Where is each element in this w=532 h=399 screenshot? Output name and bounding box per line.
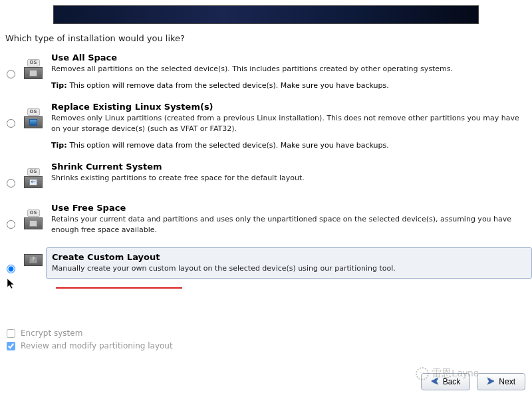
option-body: Replace Existing Linux System(s)Removes … [51, 102, 527, 150]
option-radio-custom-layout[interactable] [7, 265, 15, 273]
encrypt-system-checkbox[interactable] [7, 329, 15, 338]
next-button-label: Next [499, 377, 515, 386]
drive-icon: OS [22, 108, 45, 131]
drive-icon: OS [22, 59, 45, 82]
arrow-right-icon: ⮞ [487, 377, 495, 386]
option-custom-layout[interactable]: ?Create Custom LayoutManually create you… [5, 243, 527, 287]
review-layout-checkbox[interactable] [7, 342, 15, 350]
option-use-all-space[interactable]: OSUse All SpaceRemoves all partitions on… [5, 49, 527, 98]
option-tip: Tip: This option will remove data from t… [51, 81, 520, 90]
option-body: Create Custom LayoutManually create your… [46, 247, 532, 279]
watermark-icon [416, 367, 429, 380]
option-replace-linux[interactable]: OSReplace Existing Linux System(s)Remove… [5, 98, 527, 158]
encrypt-system-row[interactable]: Encrypt system [7, 329, 173, 338]
drive-body-icon: ? [24, 254, 43, 266]
option-body: Use All SpaceRemoves all partitions on t… [51, 53, 527, 90]
drive-inner-icon [29, 70, 37, 76]
drive-body-icon [24, 217, 43, 229]
os-badge: OS [27, 59, 40, 66]
watermark: 雷恩Layne [416, 367, 479, 380]
option-title: Create Custom Layout [52, 252, 526, 262]
os-badge: OS [27, 209, 40, 217]
os-badge: OS [27, 108, 40, 116]
option-radio-use-all-space[interactable] [7, 70, 15, 78]
drive-inner-icon: ? [29, 257, 37, 263]
drive-body-icon [24, 116, 43, 128]
option-title: Use All Space [51, 53, 520, 63]
option-tip: Tip: This option will remove data from t… [51, 141, 520, 150]
option-radio-replace-linux[interactable] [7, 119, 15, 128]
drive-inner-icon: ← [29, 179, 37, 186]
mouse-cursor-icon [7, 279, 15, 292]
review-layout-row[interactable]: Review and modify partitioning layout [7, 341, 173, 350]
os-badge: OS [27, 168, 40, 176]
lower-options: Encrypt system Review and modify partiti… [7, 329, 173, 354]
option-description: Shrinks existing partitions to create fr… [51, 173, 520, 184]
option-shrink-system[interactable]: OS←Shrink Current SystemShrinks existing… [5, 158, 527, 199]
drive-icon: OS← [22, 168, 45, 191]
drive-body-icon [24, 67, 43, 79]
next-button[interactable]: ⮞ Next [477, 373, 525, 390]
option-description: Retains your current data and partitions… [51, 214, 520, 235]
encrypt-system-label: Encrypt system [21, 329, 82, 338]
review-layout-label: Review and modify partitioning layout [21, 341, 173, 350]
option-radio-use-free-space[interactable] [7, 220, 15, 229]
drive-body-icon: ← [24, 176, 43, 188]
install-options-list: OSUse All SpaceRemoves all partitions on… [5, 49, 527, 287]
tip-text: This option will remove data from the se… [69, 141, 388, 150]
option-use-free-space[interactable]: OSUse Free SpaceRetains your current dat… [5, 199, 527, 243]
drive-inner-icon [29, 220, 37, 227]
cursor-svg [7, 279, 15, 289]
tip-label: Tip: [51, 141, 69, 150]
option-description: Removes all partitions on the selected d… [51, 64, 520, 74]
drive-icon: OS [22, 209, 45, 232]
option-title: Use Free Space [51, 203, 520, 213]
drive-inner-icon [29, 119, 37, 126]
option-description: Removes only Linux partitions (created f… [51, 113, 520, 134]
option-body: Use Free SpaceRetains your current data … [51, 203, 527, 235]
option-title: Shrink Current System [51, 162, 520, 172]
prompt-text: Which type of installation would you lik… [5, 33, 532, 43]
tip-label: Tip: [51, 81, 69, 90]
drive-icon: ? [22, 254, 45, 277]
option-body: Shrink Current SystemShrinks existing pa… [51, 162, 527, 184]
tip-text: This option will remove data from the se… [69, 81, 388, 90]
option-description: Manually create your own custom layout o… [52, 263, 526, 274]
option-radio-shrink-system[interactable] [7, 179, 15, 188]
header-banner [53, 5, 479, 24]
option-title: Replace Existing Linux System(s) [51, 102, 520, 112]
highlight-underline [56, 287, 182, 289]
